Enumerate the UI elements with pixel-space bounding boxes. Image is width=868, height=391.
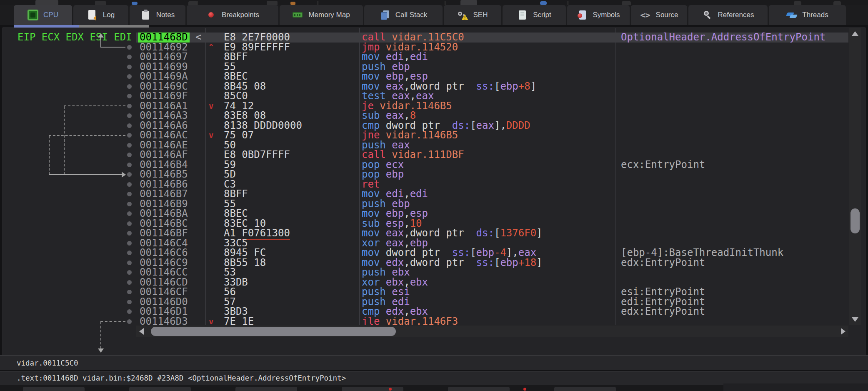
x64dbg-window: CPULogNotesBreakpointsMemory MapCall Sta… (0, 0, 868, 391)
disasm-row[interactable]: 0011469955push ebp (3, 62, 865, 72)
tab-cpu[interactable]: CPU (14, 5, 72, 25)
disasm-row[interactable]: 001146B955push ebp (3, 199, 865, 209)
log-icon (87, 10, 98, 20)
script-icon (517, 10, 528, 20)
bottom-dock-tab[interactable] (235, 387, 297, 391)
tab-label: Notes (156, 11, 175, 19)
address-cell: 001146D3 (140, 317, 188, 325)
disasm-row[interactable]: 001146A1v74 12je vidar.1146B5 (3, 101, 865, 111)
bottom-dock-tab[interactable] (448, 387, 510, 391)
tab-script[interactable]: Script (503, 5, 566, 25)
scroll-up-button[interactable] (849, 28, 861, 39)
scroll-left-button[interactable] (136, 326, 147, 337)
horizontal-scrollbar[interactable] (136, 326, 848, 337)
breakpoint-dot[interactable] (127, 182, 132, 187)
source-code-icon: <> (640, 10, 651, 20)
toolbar-fragment (35, 0, 58, 5)
disasm-row[interactable]: 001146BFA1 F0761300mov eax,dword ptr ds:… (3, 228, 865, 238)
breakpoint-dot[interactable] (127, 270, 132, 275)
vertical-scrollbar[interactable] (849, 28, 861, 325)
module-offset-label: .text:0011468D vidar.bin:$2468D #23A8D <… (17, 371, 346, 385)
breakpoint-dot[interactable] (127, 231, 132, 236)
tab-references[interactable]: References (688, 5, 768, 25)
bottom-dock-tab[interactable] (129, 387, 191, 391)
bottom-dock-tab[interactable] (554, 387, 616, 391)
tab-label: Threads (802, 11, 828, 19)
tab-threads[interactable]: Threads (769, 5, 846, 25)
disasm-row[interactable]: 001146AFE8 0BD7FFFFcall vidar.111DBF (3, 150, 865, 160)
notes-icon (140, 10, 151, 20)
tab-label: Call Stack (395, 11, 428, 19)
comment-cell: edx:EntryPoint (621, 307, 705, 317)
comment-cell: ecx:EntryPoint (621, 160, 705, 170)
toolbar-separator (318, 1, 318, 5)
breakpoint-dot[interactable] (127, 153, 132, 157)
toolbar-fragment (794, 1, 801, 5)
disasm-row[interactable]: 001146C98B55 18mov edx,dword ptr ss:[ebp… (3, 258, 865, 268)
disasm-row[interactable]: 001146B6C3ret (3, 180, 865, 190)
disasm-row[interactable]: 001146D3v7E 1Ejle vidar.1146F3 (3, 317, 865, 325)
toolbar-fragment (540, 1, 547, 5)
breakpoint-dot[interactable] (127, 192, 132, 196)
tab-log[interactable]: Log (73, 5, 128, 25)
breakpoint-dot[interactable] (127, 94, 132, 98)
disasm-row[interactable]: 001146D057push ediedi:EntryPoint (3, 297, 865, 307)
disasm-row[interactable]: 001146B78BFFmov edi,edi (3, 189, 865, 199)
disasm-row[interactable]: 001146B55Dpop ebp (3, 170, 865, 180)
disasm-row[interactable]: 001146978BFFmov edi,edi (3, 52, 865, 62)
tab-label: References (718, 11, 754, 19)
seh-key-warning-icon (458, 10, 468, 20)
breakpoint-dot[interactable] (127, 319, 132, 324)
toolbar-fragment (290, 2, 295, 5)
disasm-row[interactable]: 001146CC53push ebx (3, 268, 865, 278)
breakpoint-dot[interactable] (127, 84, 132, 89)
threads-icon (786, 10, 797, 20)
disasm-row[interactable]: 001146B459pop ecxecx:EntryPoint (3, 160, 865, 170)
breakpoint-dot[interactable] (127, 55, 132, 59)
disasm-row[interactable]: 00114692^E9 89FEFFFFjmp vidar.114520 (3, 43, 865, 53)
breakpoint-dot[interactable] (127, 251, 132, 255)
breakpoint-dot[interactable] (127, 65, 132, 69)
disasm-row[interactable]: 001146BA8BECmov ebp,esp (3, 209, 865, 219)
breakpoint-dot[interactable] (127, 211, 132, 216)
tab-breakpoints[interactable]: Breakpoints (187, 5, 278, 25)
toolbar-separator (445, 1, 445, 5)
breakpoint-dot[interactable] (127, 143, 132, 148)
breakpoint-dot[interactable] (127, 309, 132, 314)
disasm-row[interactable]: 001146CF56push esiesi:EntryPoint (3, 287, 865, 297)
breakpoint-dot[interactable] (127, 290, 132, 294)
breakpoint-dot[interactable] (127, 74, 132, 79)
bottom-dock-tab[interactable] (342, 387, 403, 391)
breakpoint-dot[interactable] (127, 261, 132, 265)
breakpoint-dot[interactable] (127, 221, 132, 226)
breakpoint-dot[interactable] (127, 133, 132, 138)
breakpoint-dot-icon (389, 388, 392, 391)
breakpoint-dot[interactable] (127, 241, 132, 246)
vertical-scrollbar-thumb[interactable] (850, 208, 860, 233)
scroll-right-button[interactable] (838, 326, 848, 337)
breakpoint-dot[interactable] (127, 163, 132, 167)
tab-notes[interactable]: Notes (130, 5, 185, 25)
breakpoint-dot[interactable] (127, 172, 132, 177)
breakpoint-dot[interactable] (127, 202, 132, 206)
tab-call-stack[interactable]: Call Stack (364, 5, 443, 25)
toolbar-fragment (188, 1, 198, 5)
stack-row[interactable]: 004FEE74 | 755900C9 | return to ke (723, 383, 868, 391)
scroll-down-button[interactable] (849, 314, 861, 325)
breakpoint-dot[interactable] (127, 280, 132, 285)
tab-symbols[interactable]: Symbols (567, 5, 630, 25)
disasm-row[interactable]: 001146CD33DBxor ebx,ebx (3, 278, 865, 288)
tab-seh[interactable]: SEH (444, 5, 501, 25)
tab-memory-map[interactable]: Memory Map (280, 5, 363, 25)
breakpoint-dot[interactable] (127, 45, 132, 50)
horizontal-scrollbar-thumb[interactable] (151, 327, 396, 336)
tab-source[interactable]: <>Source (631, 5, 687, 25)
breakpoint-dot[interactable] (127, 113, 132, 118)
breakpoint-dot[interactable] (127, 104, 132, 108)
breakpoint-dot[interactable] (127, 300, 132, 304)
tab-label: Symbols (593, 11, 620, 19)
disasm-row[interactable]: 001146ACv75 07jne vidar.1146B5 (3, 130, 865, 140)
breakpoint-dot[interactable] (127, 123, 132, 128)
bottom-dock-tab[interactable] (23, 387, 85, 391)
disasm-row[interactable]: 0011469C8B45 08mov eax,dword ptr ss:[ebp… (3, 82, 865, 92)
